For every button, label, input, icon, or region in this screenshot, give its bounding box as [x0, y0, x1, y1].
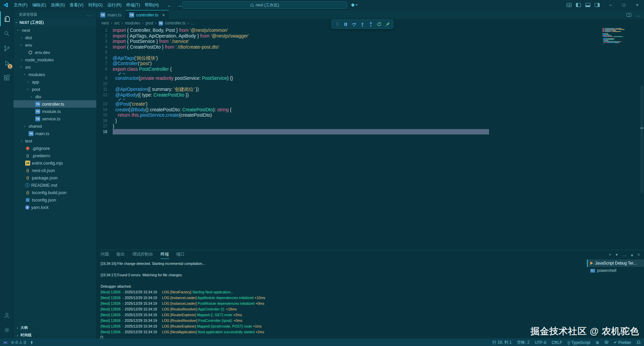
- panel-tab-调试控制台[interactable]: 调试控制台: [132, 250, 153, 259]
- inline-decoration-icon[interactable]: [97, 98, 644, 101]
- menu-运行(R)[interactable]: 运行(R): [105, 0, 124, 10]
- terminal-dropdown-icon[interactable]: ▾: [615, 252, 618, 257]
- tree-item-module.ts[interactable]: TSmodule.ts: [13, 108, 96, 115]
- settings-gear-icon[interactable]: [0, 323, 13, 337]
- tree-item-package.json[interactable]: {}package.json: [13, 174, 96, 181]
- language-mode[interactable]: {}TypeScript: [568, 340, 590, 345]
- breadcrumb-item-controller.ts[interactable]: controller.ts: [165, 21, 185, 25]
- close-button[interactable]: ×: [631, 0, 644, 10]
- terminal-output[interactable]: [15:34:16] File change detected. Startin…: [101, 261, 584, 339]
- panel-tab-输出[interactable]: 输出: [116, 250, 125, 259]
- debug-status-icon[interactable]: [30, 340, 33, 345]
- back-arrow-icon[interactable]: ←: [167, 2, 172, 8]
- breadcrumb-item-modules[interactable]: modules: [125, 21, 140, 25]
- command-center-search[interactable]: nest (工作区): [182, 1, 347, 9]
- source-control-icon[interactable]: [0, 41, 13, 56]
- new-terminal-icon[interactable]: +: [609, 252, 611, 257]
- panel-tab-问题[interactable]: 问题: [101, 250, 109, 259]
- menu-查看(V)[interactable]: 查看(V): [67, 0, 86, 10]
- breadcrumb-item-...[interactable]: ...: [191, 21, 194, 25]
- menu-转到(G)[interactable]: 转到(G): [86, 0, 105, 10]
- menu-帮助(H)[interactable]: 帮助(H): [142, 0, 161, 10]
- cursor-position[interactable]: 行 18, 列 1: [492, 340, 512, 345]
- breadcrumb-item-post[interactable]: post: [146, 21, 153, 25]
- panel-more-icon[interactable]: …: [622, 252, 627, 257]
- menu-文件(F)[interactable]: 文件(F): [11, 0, 30, 10]
- explorer-icon[interactable]: [0, 11, 13, 26]
- file-tree[interactable]: ›nest›dist›env.env.dev›node_modules›src›…: [13, 26, 96, 324]
- encoding[interactable]: UTF-8: [535, 340, 546, 345]
- split-editor-icon[interactable]: [627, 13, 631, 17]
- menu-选择(S)[interactable]: 选择(S): [49, 0, 67, 10]
- minimize-button[interactable]: –: [604, 0, 617, 10]
- notifications-bell-icon[interactable]: [637, 340, 641, 345]
- toggle-panel-icon[interactable]: [585, 3, 590, 7]
- accounts-icon[interactable]: [0, 308, 13, 323]
- tree-item-nest[interactable]: ›nest: [13, 26, 96, 34]
- sidebar-section-大纲[interactable]: ›大纲: [13, 324, 96, 331]
- drag-handle-icon[interactable]: [333, 20, 341, 28]
- tree-item-shared[interactable]: ›shared: [13, 122, 96, 130]
- editor-more-actions-icon[interactable]: …: [635, 12, 641, 18]
- toggle-sidebar-icon[interactable]: [576, 3, 581, 7]
- tree-item-test[interactable]: ›test: [13, 137, 96, 145]
- run-debug-icon[interactable]: 1: [0, 56, 13, 70]
- pause-icon[interactable]: [342, 20, 350, 28]
- code-editor[interactable]: 1import { Controller, Body, Post } from …: [97, 27, 644, 250]
- breadcrumb-item-nest[interactable]: nest: [101, 21, 109, 25]
- forward-arrow-icon[interactable]: →: [177, 2, 182, 8]
- tree-item-dto[interactable]: ›dto: [13, 93, 96, 100]
- disconnect-icon[interactable]: [384, 20, 391, 28]
- terminal-session-JavaScript Debug Ter...[interactable]: JavaScript Debug Ter...: [587, 260, 644, 267]
- tree-item-service.ts[interactable]: TSservice.ts: [13, 115, 96, 122]
- problems-status[interactable]: ⊘0 ⚠0: [11, 340, 26, 345]
- tree-item-app[interactable]: ›app: [13, 78, 96, 85]
- breadcrumb-item-src[interactable]: src: [114, 21, 120, 25]
- tree-item-main.ts[interactable]: TSmain.ts: [13, 130, 96, 137]
- tab-main.ts[interactable]: TSmain.ts: [97, 10, 125, 19]
- vscode-logo-icon[interactable]: [0, 2, 11, 8]
- tree-item-README.md[interactable]: iREADME.md: [13, 181, 96, 189]
- toggle-secondary-sidebar-icon[interactable]: [595, 3, 600, 7]
- close-tab-icon[interactable]: ×: [162, 12, 165, 18]
- w-icon[interactable]: Ⓦ: [604, 340, 608, 345]
- tree-item-controller.ts[interactable]: TScontroller.ts: [13, 100, 96, 108]
- prettier-status[interactable]: ✔Prettier: [614, 340, 631, 345]
- customize-layout-icon[interactable]: [567, 3, 572, 7]
- panel-tab-端口[interactable]: 端口: [176, 250, 185, 259]
- step-over-icon[interactable]: [350, 20, 358, 28]
- close-panel-icon[interactable]: ×: [637, 252, 640, 257]
- sidebar-section-时间线[interactable]: ›时间线: [13, 331, 96, 339]
- step-into-icon[interactable]: [359, 20, 366, 28]
- tree-item-src[interactable]: ›src: [13, 63, 96, 71]
- tree-item-.prettierrc[interactable]: {}.prettierrc: [13, 152, 96, 159]
- extensions-icon[interactable]: [0, 70, 13, 85]
- menu-编辑(E)[interactable]: 编辑(E): [30, 0, 49, 10]
- tree-item-yarn.lock[interactable]: yyarn.lock: [13, 204, 96, 211]
- board-icon[interactable]: ⊞: [596, 340, 599, 345]
- maximize-panel-icon[interactable]: ▴: [631, 252, 633, 257]
- tree-item-.env.dev[interactable]: .env.dev: [13, 49, 96, 56]
- tree-item-node_modules[interactable]: ›node_modules: [13, 56, 96, 63]
- search-sidebar-icon[interactable]: [0, 26, 13, 41]
- tree-item-post[interactable]: ›post: [13, 85, 96, 93]
- workspace-section-header[interactable]: › NEST (工作区): [13, 19, 96, 26]
- tree-item-tsconfig.build.json[interactable]: {}tsconfig.build.json: [13, 189, 96, 196]
- remote-indicator[interactable]: ><: [3, 340, 7, 345]
- tab-controller.ts[interactable]: TScontroller.ts×: [125, 10, 169, 19]
- tree-item-.gitignore[interactable]: .gitignore: [13, 145, 96, 152]
- tree-item-eslint.config.mjs[interactable]: JSeslint.config.mjs: [13, 159, 96, 167]
- panel-tab-终端[interactable]: 终端: [161, 250, 169, 259]
- terminal-session-powershell[interactable]: >_powershell: [587, 267, 644, 274]
- tree-item-env[interactable]: ›env: [13, 41, 96, 49]
- indentation[interactable]: 空格: 2: [517, 340, 529, 345]
- menu-终端(T)[interactable]: 终端(T): [124, 0, 142, 10]
- copilot-icon[interactable]: [352, 0, 358, 10]
- step-out-icon[interactable]: [367, 20, 375, 28]
- restart-icon[interactable]: [375, 20, 383, 28]
- more-actions-icon[interactable]: …: [87, 12, 92, 17]
- inline-decoration-icon[interactable]: [97, 72, 644, 75]
- tree-item-nest-cli.json[interactable]: {}nest-cli.json: [13, 167, 96, 174]
- restore-button[interactable]: □: [617, 0, 631, 10]
- tree-item-dist[interactable]: ›dist: [13, 34, 96, 41]
